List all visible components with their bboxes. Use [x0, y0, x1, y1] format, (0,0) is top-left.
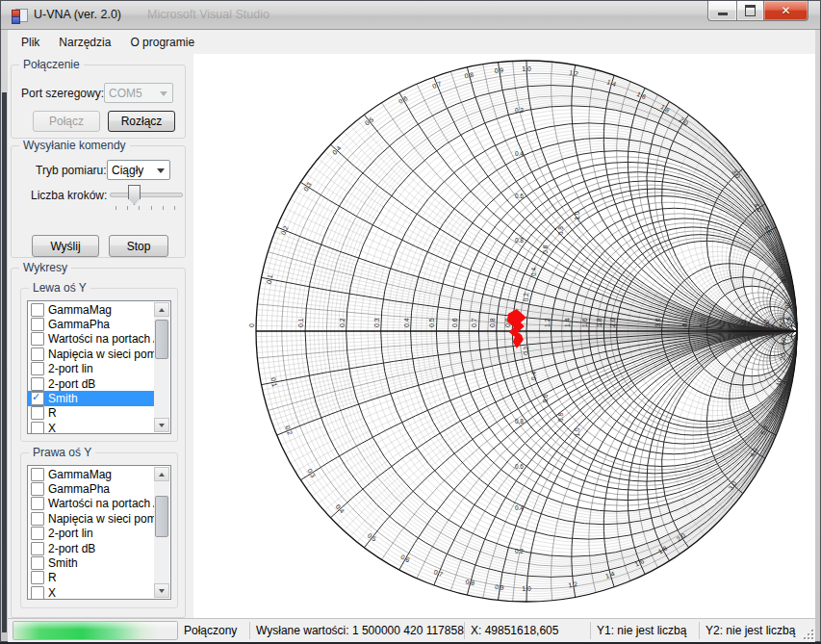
svg-text:0.4: 0.4 — [515, 504, 524, 511]
checkbox-icon[interactable] — [31, 406, 44, 420]
scrollbar-thumb[interactable] — [155, 320, 168, 359]
measure-mode-combobox[interactable]: Ciągły — [107, 160, 170, 180]
scroll-up-button[interactable] — [154, 467, 169, 481]
scrollbar[interactable] — [154, 467, 169, 598]
slider-track[interactable] — [110, 193, 183, 197]
svg-text:0.9: 0.9 — [494, 66, 503, 74]
list-item-label: Wartości na portach ADC — [48, 497, 154, 510]
list-item-label: R — [48, 406, 57, 420]
svg-text:0.8: 0.8 — [557, 226, 564, 235]
list-item[interactable]: Smith — [28, 391, 154, 405]
list-item[interactable]: Wartości na portach ADC — [28, 332, 154, 347]
triangle-up-icon — [159, 473, 165, 477]
checkbox-icon[interactable] — [31, 422, 44, 434]
list-item[interactable]: GammaMag — [28, 302, 154, 317]
groupbox-right-axis: Prawa oś Y GammaMagGammaPhaWartości na p… — [20, 452, 178, 608]
checkbox-checked-icon[interactable] — [31, 392, 44, 405]
checkbox-icon[interactable] — [31, 362, 44, 375]
list-item-label: X — [48, 586, 56, 600]
list-item-label: 2-port lin — [48, 527, 93, 540]
title-bar[interactable]: U-VNA (ver. 2.0) Microsoft Visual Studio… — [1, 1, 820, 30]
list-item[interactable]: 2-port dB — [28, 541, 154, 555]
checkbox-icon[interactable] — [31, 527, 44, 540]
checkbox-icon[interactable] — [31, 497, 44, 510]
app-window: U-VNA (ver. 2.0) Microsoft Visual Studio… — [0, 0, 821, 642]
stop-button[interactable]: Stop — [109, 235, 168, 257]
svg-text:1.2: 1.2 — [569, 69, 579, 78]
checkbox-icon[interactable] — [31, 542, 44, 555]
svg-text:0.2: 0.2 — [339, 318, 346, 327]
serial-port-combobox[interactable]: COM5 — [104, 83, 173, 103]
groupbox-connection-title: Połączenie — [19, 58, 84, 71]
svg-text:2.0: 2.0 — [679, 116, 690, 126]
checkbox-icon[interactable] — [31, 586, 44, 600]
svg-text:0.8: 0.8 — [515, 418, 524, 425]
disconnect-button[interactable]: Rozłącz — [108, 111, 175, 132]
checkbox-icon[interactable] — [31, 482, 44, 496]
status-sent-values: Wysłane wartości: 1 500000 420 117858 — [250, 624, 464, 637]
list-item[interactable]: 2-port lin — [28, 527, 154, 541]
list-item[interactable]: 2-port dB — [28, 376, 154, 391]
list-item[interactable]: Smith — [28, 555, 154, 570]
list-item[interactable]: 2-port lin — [28, 362, 154, 376]
scroll-up-button[interactable] — [154, 302, 169, 317]
steps-slider[interactable] — [110, 183, 183, 212]
checkbox-icon[interactable] — [31, 571, 44, 584]
right-axis-list[interactable]: GammaMagGammaPhaWartości na portach ADCN… — [27, 465, 171, 600]
list-item[interactable]: Napięcia w sieci pomiarow — [28, 347, 154, 361]
list-item[interactable]: GammaPha — [28, 481, 154, 496]
scroll-down-button[interactable] — [154, 583, 169, 598]
scrollbar-thumb[interactable] — [155, 496, 168, 537]
scrollbar[interactable] — [154, 302, 169, 432]
svg-text:5.0: 5.0 — [699, 318, 706, 327]
background-window-edge — [2, 92, 7, 632]
list-item[interactable]: GammaPha — [28, 317, 154, 331]
list-item[interactable]: X — [28, 585, 154, 600]
checkbox-icon[interactable] — [31, 556, 44, 570]
list-item-label: GammaPha — [48, 482, 110, 496]
menu-item-plik[interactable]: Plik — [12, 33, 49, 52]
checkbox-icon[interactable] — [31, 468, 44, 481]
checkbox-icon[interactable] — [31, 377, 44, 391]
maximize-button[interactable] — [736, 1, 764, 21]
minimize-button[interactable] — [707, 1, 736, 21]
svg-text:0.4: 0.4 — [515, 150, 524, 157]
svg-text:4.0: 4.0 — [681, 318, 688, 327]
list-item-label: R — [48, 571, 57, 584]
slider-thumb[interactable] — [128, 185, 141, 205]
scroll-down-button[interactable] — [154, 418, 169, 432]
list-item[interactable]: Napięcia w sieci pomiarow — [28, 511, 154, 526]
desktop: U-VNA (ver. 2.0) Microsoft Visual Studio… — [0, 0, 821, 644]
resize-grip[interactable] — [804, 630, 813, 639]
connect-button[interactable]: Połącz — [33, 111, 100, 132]
svg-text:0.3: 0.3 — [306, 467, 317, 478]
list-item-label: Smith — [48, 556, 78, 570]
chevron-down-icon — [157, 168, 165, 173]
menu-item-o-programie[interactable]: O programie — [120, 33, 204, 52]
list-item[interactable]: R — [28, 571, 154, 585]
menu-bar: PlikNarzędziaO programie — [8, 30, 815, 54]
checkbox-icon[interactable] — [31, 303, 44, 317]
list-item[interactable]: GammaMag — [28, 467, 154, 481]
app-icon — [12, 8, 27, 23]
measure-mode-value: Ciągły — [112, 164, 143, 177]
list-item[interactable]: X — [28, 421, 154, 434]
send-button[interactable]: Wyślij — [32, 235, 99, 257]
checkbox-icon[interactable] — [31, 348, 44, 361]
close-button[interactable]: ✕ — [764, 1, 808, 21]
left-axis-list[interactable]: GammaMagGammaPhaWartości na portach ADCN… — [27, 300, 171, 434]
triangle-up-icon — [159, 308, 165, 312]
checkbox-icon[interactable] — [31, 332, 44, 346]
checkbox-icon[interactable] — [31, 512, 44, 526]
checkbox-icon[interactable] — [31, 318, 44, 331]
svg-text:3.0: 3.0 — [654, 318, 661, 327]
measure-mode-label: Tryb pomiaru: — [36, 164, 107, 177]
groupbox-left-axis-title: Lewa oś Y — [29, 281, 90, 295]
progress-fill — [13, 622, 177, 639]
menu-item-narzędzia[interactable]: Narzędzia — [49, 33, 120, 52]
svg-text:1.2: 1.2 — [544, 318, 551, 327]
list-item[interactable]: Wartości na portach ADC — [28, 497, 154, 511]
svg-text:0.4: 0.4 — [530, 268, 537, 276]
list-item[interactable]: R — [28, 406, 154, 421]
svg-text:20: 20 — [763, 320, 770, 327]
